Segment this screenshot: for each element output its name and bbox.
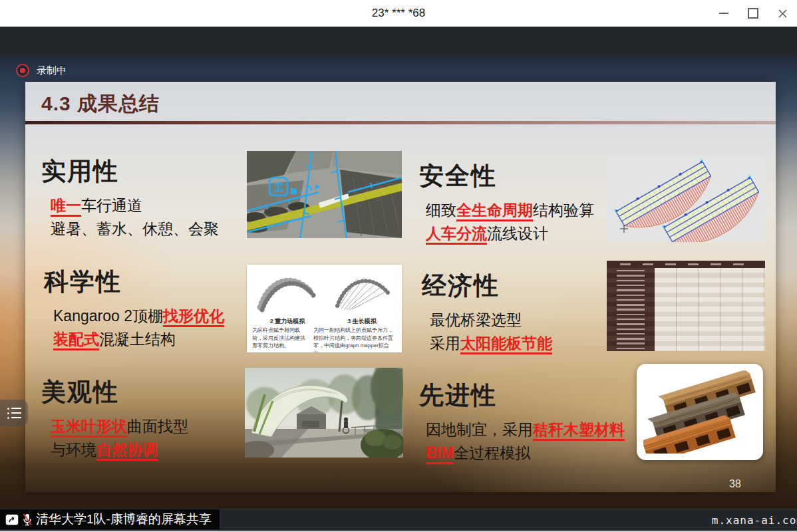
aerial-map-image: [247, 151, 402, 238]
body-text: 因地制宜，采用: [426, 421, 533, 438]
body-text: 避暑、蓄水、休憩、会聚: [51, 220, 219, 237]
recording-indicator: 录制中: [16, 64, 67, 77]
section-economy: 经济性 最优桥梁选型 采用太阳能板节能: [422, 269, 552, 355]
bridge-analysis-image: [607, 156, 765, 242]
body-text: 全过程模拟: [454, 444, 530, 462]
slide-title: 4.3 成果总结: [41, 90, 160, 118]
watermark-text: m.xana-ai.com: [712, 514, 797, 527]
shared-screen-area: 录制中 4.3 成果总结 实用性 唯一车行通道 避暑、蓄水、休憩、会聚 科学性 …: [0, 57, 797, 509]
body-text: 采用: [430, 334, 460, 352]
highlight-text: BIM: [426, 444, 454, 464]
body-text: 结构验算: [533, 201, 594, 219]
window-titlebar: 23* *** *68: [0, 0, 797, 27]
close-icon: [778, 9, 787, 18]
section-line: 最优桥梁选型: [430, 309, 552, 332]
section-line: 细致全生命周期结构验算: [426, 199, 594, 222]
body-text: 细致: [426, 201, 456, 219]
mic-muted-icon: [22, 513, 33, 526]
maximize-icon: [748, 8, 758, 19]
diagram-caption-left: 2 重力场模拟: [256, 317, 319, 326]
bottom-status-bar: 清华大学1队-康博睿的屏幕共享 m.xana-ai.com: [0, 509, 797, 532]
section-line: 与环境自然协调: [51, 438, 188, 462]
diagram-desc-left: 为采样点赋予相同载荷，采用反演法构建拱形零剪力结构。: [252, 327, 309, 350]
section-heading: 先进性: [419, 379, 625, 412]
planks-image: [643, 370, 756, 454]
table-body-rows: [655, 268, 765, 351]
highlight-text: 人车分流: [426, 225, 487, 245]
section-line: 人车分流流线设计: [426, 222, 594, 245]
wood-plastic-planks-card: [637, 364, 763, 460]
diagram-caption-right: 3 生长模拟: [331, 317, 393, 326]
form-finding-diagram-figure: 2 重力场模拟 3 生长模拟 为采样点赋予相同载荷，采用反演法构建拱形零剪力结构…: [247, 265, 402, 352]
section-heading: 安全性: [419, 160, 594, 193]
highlight-text: 自然协调: [96, 441, 158, 461]
presentation-slide: 4.3 成果总结 实用性 唯一车行通道 避暑、蓄水、休憩、会聚 科学性 Kang…: [25, 82, 776, 492]
section-aesthetics: 美观性 玉米叶形状曲面找型 与环境自然协调: [41, 376, 188, 462]
cost-estimate-table-figure: [607, 261, 765, 351]
body-text: Kangaroo 2顶棚: [53, 307, 163, 325]
highlight-text: 装配式: [53, 331, 99, 350]
highlight-text: 找形优化: [163, 307, 224, 327]
minimize-button[interactable]: [709, 0, 738, 27]
body-text: 最优桥梁选型: [430, 311, 522, 329]
pavilion-render-figure: [245, 368, 403, 458]
screen-share-icon: [5, 514, 19, 525]
section-line: Kangaroo 2顶棚找形优化: [53, 305, 224, 328]
list-toggle-icon: [7, 408, 21, 419]
close-button[interactable]: [768, 0, 797, 27]
section-heading: 实用性: [41, 155, 219, 188]
pavilion-render-image: [245, 368, 403, 458]
body-text: 与环境: [51, 441, 96, 458]
highlight-text: 全生命周期: [456, 201, 533, 221]
meeting-toolbar: [0, 27, 797, 57]
diagram-desc-right: 为同一副结构线上的点赋予斥力，模拟叶片结构，将两端边界条件置零，中间值由grap…: [313, 327, 398, 352]
highlight-text: 太阳能板节能: [460, 334, 552, 354]
sidebar-toggle-button[interactable]: [0, 400, 28, 426]
section-safety: 安全性 细致全生命周期结构验算 人车分流流线设计: [419, 160, 594, 245]
arch-sketches-image: [247, 265, 402, 317]
screen-share-label: 清华大学1队-康博睿的屏幕共享: [0, 509, 220, 529]
section-heading: 科学性: [44, 265, 224, 299]
body-text: 流线设计: [487, 225, 548, 242]
window-title: 23* *** *68: [0, 0, 797, 27]
recording-label: 录制中: [37, 65, 67, 77]
section-advancement: 先进性 因地制宜，采用秸秆木塑材料 BIM全过程模拟: [419, 379, 625, 465]
section-line: 玉米叶形状曲面找型: [51, 415, 188, 438]
body-text: 曲面找型: [127, 418, 188, 435]
minimize-icon: [719, 13, 728, 14]
slide-page-number: 38: [729, 478, 741, 490]
maximize-button[interactable]: [738, 0, 768, 27]
section-line: 因地制宜，采用秸秆木塑材料: [426, 418, 625, 442]
section-practicality: 实用性 唯一车行通道 避暑、蓄水、休憩、会聚: [41, 155, 219, 241]
section-line: 采用太阳能板节能: [430, 332, 552, 355]
section-heading: 经济性: [422, 269, 552, 303]
section-line: 唯一车行通道: [51, 194, 219, 217]
share-source-text: 清华大学1队-康博睿的屏幕共享: [36, 511, 212, 528]
table-first-column: [607, 268, 655, 351]
highlight-text: 唯一: [51, 197, 81, 217]
table-header-row: [607, 261, 765, 268]
aerial-site-map-figure: [247, 151, 402, 238]
structural-analysis-figure: [607, 156, 765, 242]
body-text: 混凝土结构: [99, 331, 176, 348]
section-heading: 美观性: [41, 376, 188, 409]
window-controls: [709, 0, 797, 27]
app-window: 23* *** *68 录制中 4.3 成果总结: [0, 0, 797, 532]
recording-dot-icon: [16, 64, 29, 77]
highlight-text: 玉米叶形状: [51, 418, 127, 438]
highlight-text: 秸秆木塑材料: [533, 421, 625, 441]
section-science: 科学性 Kangaroo 2顶棚找形优化 装配式混凝土结构: [44, 265, 224, 351]
body-text: 车行通道: [81, 197, 142, 214]
section-line: BIM全过程模拟: [426, 442, 625, 465]
title-divider: [25, 121, 776, 124]
section-line: 避暑、蓄水、休憩、会聚: [51, 217, 219, 241]
section-line: 装配式混凝土结构: [53, 328, 224, 351]
